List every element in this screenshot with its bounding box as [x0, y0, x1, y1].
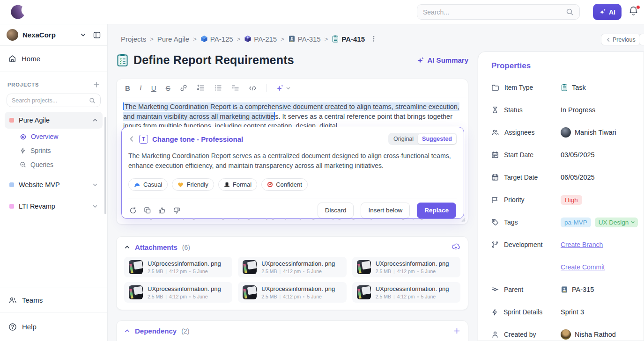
selection-anchor	[123, 102, 124, 110]
page-title: Define Report Requirements	[133, 53, 417, 67]
attachment-item[interactable]: UXprocessinformation. png 2.5 MB|4:12 pm…	[352, 282, 460, 303]
tone-chip-confident[interactable]: Confident	[261, 178, 308, 191]
editor-ai-button[interactable]	[276, 84, 291, 92]
next-button[interactable]: Next	[639, 34, 644, 45]
create-commit-link[interactable]: Create Commit	[561, 263, 605, 271]
regenerate-icon[interactable]	[129, 207, 137, 214]
project-search	[7, 94, 101, 107]
tag-pa-mvp[interactable]: pa-MVP	[561, 218, 591, 227]
sidebar-item-teams[interactable]: Teams	[0, 288, 107, 312]
sidebar-item-home[interactable]: Home	[0, 46, 107, 72]
ai-summary-button[interactable]: AI Summary	[417, 56, 468, 64]
projects-header-label: PROJECTS	[7, 82, 39, 87]
breadcrumb-pa-415[interactable]: PA-415	[332, 35, 365, 43]
toggle-original[interactable]: Original	[389, 134, 418, 144]
tone-chip-friendly[interactable]: Friendly	[172, 178, 214, 191]
global-search	[417, 4, 580, 20]
strikethrough-button[interactable]: S	[166, 84, 170, 92]
chevron-down-icon[interactable]	[92, 182, 98, 188]
breadcrumb-pa-315[interactable]: PA-315	[288, 35, 321, 43]
discard-button[interactable]: Discard	[318, 203, 354, 218]
tone-chip-casual[interactable]: Casual	[128, 178, 168, 191]
project-label: Website MVP	[19, 181, 88, 189]
tag-ux-design[interactable]: UX Design	[595, 218, 638, 227]
dependency-section: Dependency (2)	[116, 320, 468, 341]
collapse-chevron-icon[interactable]	[124, 244, 130, 250]
chevron-up-icon[interactable]	[92, 117, 98, 123]
breadcrumb-separator: >	[281, 36, 284, 43]
project-search-input[interactable]	[12, 97, 89, 104]
sidebar-project-pure-agile[interactable]: Pure Agile	[5, 112, 103, 129]
main-content: Projects > Pure Agile > PA-125 > PA-215 …	[108, 24, 644, 341]
insert-below-button[interactable]: Insert below	[361, 203, 410, 218]
app-logo-crescent-icon[interactable]	[10, 4, 26, 20]
sidebar-item-queries[interactable]: Queries	[0, 158, 107, 172]
attachment-item[interactable]: UXprocessinformation. png 2.5 MB|4:12 pm…	[238, 282, 346, 303]
sidebar-project-website-mvp[interactable]: Website MVP	[5, 176, 103, 193]
chevron-down-icon[interactable]	[80, 32, 86, 38]
property-created-by: Created by Nisha Rathod	[491, 323, 644, 341]
collapse-chevron-icon[interactable]	[124, 328, 130, 334]
task-clipboard-icon	[332, 35, 339, 43]
copy-icon[interactable]	[144, 207, 151, 214]
global-search-input[interactable]	[423, 8, 566, 16]
cap-icon	[134, 182, 141, 188]
add-project-icon[interactable]	[93, 81, 100, 88]
sidebar-item-sprints[interactable]: Sprints	[0, 144, 107, 158]
projects-section-header: PROJECTS	[0, 72, 107, 93]
attachment-filename: UXprocessinformation. png	[261, 285, 335, 292]
tone-chip-formal[interactable]: Formal	[218, 178, 257, 191]
attachment-thumbnail	[357, 260, 371, 274]
tone-chips: Casual Friendly Formal Confident	[128, 178, 457, 191]
sidebar-project-lti-revamp[interactable]: LTI Revamp	[5, 198, 103, 215]
underline-button[interactable]: U	[151, 84, 156, 92]
indent-list-button[interactable]	[231, 84, 239, 92]
project-color-swatch	[9, 118, 14, 123]
calendar-icon	[491, 174, 499, 181]
tag-icon	[491, 218, 499, 226]
replace-button[interactable]: Replace	[417, 203, 456, 218]
sidebar-item-overview[interactable]: Overview	[0, 130, 107, 144]
collapse-sidebar-icon[interactable]	[93, 31, 101, 39]
italic-button[interactable]: I	[140, 84, 142, 92]
link-button[interactable]	[180, 84, 187, 92]
breadcrumb-projects[interactable]: Projects	[121, 35, 146, 43]
sparkle-icon	[276, 84, 284, 92]
thumbs-up-icon[interactable]	[158, 207, 166, 214]
workspace-switcher[interactable]: NexaCorp	[0, 24, 107, 46]
attachment-item[interactable]: UXprocessinformation. png 2.5 MB|4:12 pm…	[124, 282, 232, 303]
editor-toolbar: B I U S	[117, 79, 468, 97]
toggle-suggested[interactable]: Suggested	[418, 134, 456, 144]
add-dependency-icon[interactable]	[453, 327, 460, 334]
ordered-list-button[interactable]	[197, 84, 205, 92]
zap-icon	[20, 147, 26, 154]
upload-icon[interactable]	[452, 243, 460, 252]
bullet-list-button[interactable]	[214, 84, 222, 92]
attachment-thumbnail	[129, 285, 143, 299]
attachment-thumbnail	[243, 285, 257, 299]
property-item-type: Item Type Task	[491, 76, 644, 99]
ai-button[interactable]: AI	[593, 4, 622, 20]
original-suggested-toggle: Original Suggested	[388, 133, 457, 145]
breadcrumb-pa-215[interactable]: PA-215	[244, 35, 277, 43]
notifications-bell-icon[interactable]	[628, 6, 640, 18]
task-clipboard-icon	[116, 53, 129, 67]
back-chevron-icon[interactable]	[128, 136, 135, 142]
attachment-item[interactable]: UXprocessinformation. png 2.5 MB|4:12 pm…	[352, 257, 460, 277]
create-branch-link[interactable]: Create Branch	[561, 241, 603, 248]
chevron-down-icon[interactable]	[92, 203, 98, 209]
breadcrumb-pa-125[interactable]: PA-125	[200, 35, 233, 43]
sidebar-item-help[interactable]: Help	[0, 312, 107, 341]
attachment-item[interactable]: UXprocessinformation. png 2.5 MB|4:12 pm…	[124, 257, 232, 277]
attachment-item[interactable]: UXprocessinformation. png 2.5 MB|4:12 pm…	[238, 257, 346, 277]
code-button[interactable]	[249, 85, 257, 92]
thumbs-down-icon[interactable]	[173, 207, 180, 214]
properties-title: Properties	[491, 61, 644, 71]
sidebar-scrollbar[interactable]	[104, 117, 106, 214]
creator-avatar	[561, 329, 571, 340]
breadcrumb-pure-agile[interactable]: Pure Agile	[157, 35, 189, 43]
breadcrumb-more-kebab-icon[interactable]	[370, 34, 378, 44]
previous-button[interactable]: Previous	[601, 34, 641, 45]
sidebar: NexaCorp Home PROJECTS Pure Agile	[0, 24, 108, 341]
bold-button[interactable]: B	[125, 84, 130, 92]
